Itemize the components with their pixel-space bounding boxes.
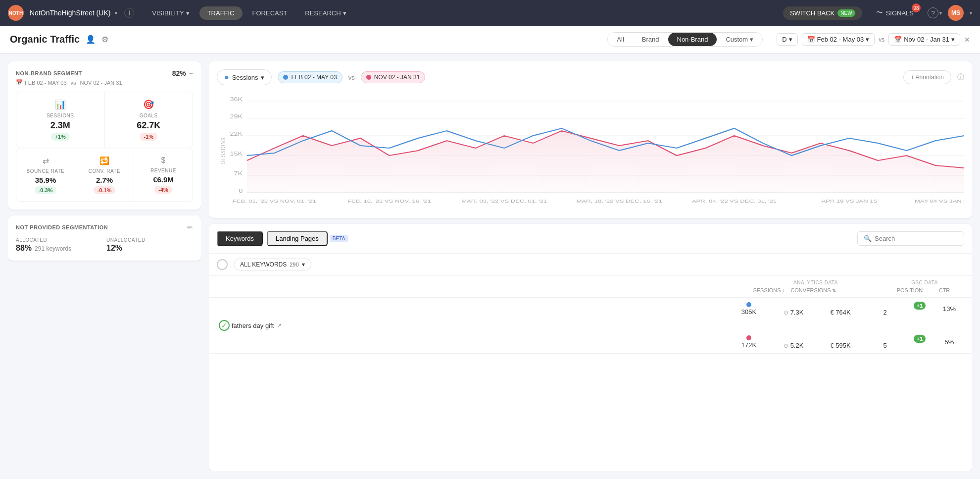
- signals-button[interactable]: 〜 SIGNALS 98: [872, 6, 918, 19]
- top-navigation: NOTH NotOnTheHighStreet (UK) ▼ i VISIBIL…: [0, 0, 980, 26]
- row1-analytics-top: 305K · ⊙ 7.3K · € 764K: [727, 302, 865, 316]
- conv-rate-icon: 🔁: [99, 156, 109, 165]
- search-box[interactable]: 🔍: [857, 231, 964, 246]
- seg-tab-custom[interactable]: Custom ▾: [717, 33, 762, 46]
- row1-link-icon[interactable]: ↗: [277, 322, 282, 329]
- avatar-dropdown[interactable]: ▾: [970, 10, 972, 16]
- sessions-dot: ●: [224, 73, 229, 82]
- segment-card: NON-BRAND SEGMENT 82% − 📅 FEB 02 - MAY 0…: [8, 61, 201, 210]
- date-range-to[interactable]: 📅 Nov 02 - Jan 31 ▾: [888, 33, 960, 46]
- row1-ctr-1-col: 13%: [934, 305, 964, 313]
- chart-header: ● Sessions ▾ FEB 02 - MAY 03 vs NOV 02 -…: [217, 69, 964, 85]
- kw-tab-keywords[interactable]: Keywords: [217, 231, 263, 246]
- col-sessions[interactable]: SESSIONS ↓: [746, 287, 791, 293]
- np-unallocated-label: UNALLOCATED: [106, 237, 193, 243]
- nav-tabs: VISIBILITY ▾ TRAFFIC FORECAST RESEARCH ▾: [144, 6, 354, 20]
- left-panel: NON-BRAND SEGMENT 82% − 📅 FEB 02 - MAY 0…: [8, 61, 201, 471]
- legend-feb: FEB 02 - MAY 03: [278, 71, 342, 83]
- kw-tab-landing-pages[interactable]: Landing Pages: [267, 231, 328, 246]
- search-input[interactable]: [875, 235, 958, 242]
- np-allocated: ALLOCATED 88% 291 keywords: [16, 237, 102, 253]
- keyword-row-1-bottom: 172K · ⊙ 5.2K · € 595K: [217, 333, 964, 353]
- svg-text:15K: 15K: [230, 151, 243, 157]
- info-icon[interactable]: i: [124, 8, 134, 18]
- np-allocated-label: ALLOCATED: [16, 237, 102, 243]
- svg-text:0: 0: [239, 188, 243, 194]
- landing-pages-tab-group: Landing Pages BETA: [267, 231, 348, 246]
- np-unallocated-value: 12%: [106, 244, 193, 253]
- switch-back-button[interactable]: SWITCH BACK NEW: [783, 6, 862, 20]
- new-badge: NEW: [837, 9, 855, 17]
- share-icon[interactable]: 👤: [86, 35, 96, 44]
- all-keywords-button[interactable]: ALL KEYWORDS 290 ▾: [234, 259, 311, 270]
- sessions-label: Sessions: [232, 74, 258, 81]
- row1-blue-dot: [746, 302, 751, 307]
- not-provided-edit-icon[interactable]: ✏: [187, 223, 193, 231]
- sessions-dropdown[interactable]: ● Sessions ▾: [217, 69, 272, 85]
- chart-area: 36K 29K 22K 15K 7K 0 SESSIONS: [217, 91, 964, 210]
- legend-feb-dot: [283, 75, 288, 80]
- seg-tab-nonbrand[interactable]: Non-Brand: [668, 33, 717, 46]
- seg-tab-brand[interactable]: Brand: [633, 33, 668, 46]
- bounce-rate-change: -0.3%: [35, 186, 57, 194]
- col-position: POSITION: [890, 287, 930, 293]
- page-title: Organic Traffic: [10, 34, 80, 45]
- analytics-data-header: ANALYTICS DATA SESSIONS ↓ CONVERSIONS ⇅: [746, 280, 885, 293]
- legend-nov-dot: [366, 75, 371, 80]
- tab-research[interactable]: RESEARCH ▾: [297, 6, 354, 20]
- metric-bounce-rate: ⇄ BOUNCE RATE 35.9% -0.3%: [16, 149, 75, 201]
- segment-title: NON-BRAND SEGMENT: [16, 70, 82, 76]
- analytics-data-label: ANALYTICS DATA: [793, 280, 838, 285]
- not-provided-metrics: ALLOCATED 88% 291 keywords UNALLOCATED 1…: [16, 237, 193, 253]
- tab-traffic[interactable]: TRAFFIC: [199, 6, 243, 20]
- seg-tab-all[interactable]: All: [608, 33, 633, 46]
- date-controls: D ▾ 📅 Feb 02 - May 03 ▾ vs 📅 Nov 02 - Ja…: [777, 33, 970, 46]
- keyword-row-1-name: ✓ fathers day gift ↗: [217, 318, 964, 333]
- date-close-button[interactable]: ✕: [964, 36, 970, 44]
- brand-logo: NOTH: [8, 5, 24, 21]
- row1-sessions-2: 172K: [741, 341, 756, 349]
- metric-goals: 🎯 GOALS 62.7K -1%: [105, 92, 193, 148]
- row1-conv-1: ⊙ 7.3K: [784, 309, 804, 316]
- row1-pos-2: 5: [883, 342, 886, 349]
- bounce-rate-label: BOUNCE RATE: [27, 168, 65, 174]
- segment-minus-icon[interactable]: −: [189, 69, 193, 77]
- col-conversions[interactable]: CONVERSIONS ⇅: [791, 287, 835, 293]
- chart-info-icon[interactable]: ⓘ: [957, 73, 964, 82]
- np-allocated-sub: 291 keywords: [35, 245, 71, 252]
- row1-red-dot: [746, 335, 751, 340]
- beta-badge: BETA: [330, 235, 348, 242]
- subheader: Organic Traffic 👤 ⚙ All Brand Non-Brand …: [0, 26, 980, 53]
- not-provided-card: NOT PROVIDED SEGMENTATION ✏ ALLOCATED 88…: [8, 215, 201, 261]
- sessions-change: +1%: [51, 133, 70, 141]
- revenue-label: REVENUE: [150, 168, 176, 173]
- signals-label: SIGNALS: [886, 9, 914, 17]
- keywords-card: Keywords Landing Pages BETA 🔍 ALL KEYWOR…: [209, 224, 972, 471]
- col-ctr: CTR: [930, 287, 959, 293]
- tab-visibility[interactable]: VISIBILITY ▾: [144, 6, 197, 20]
- revenue-change: -4%: [154, 186, 172, 194]
- avatar[interactable]: MS: [948, 5, 964, 21]
- svg-text:MAR, 03, '22 VS DEC, 01, '21: MAR, 03, '22 VS DEC, 01, '21: [461, 199, 547, 204]
- help-button[interactable]: ? ▾: [928, 7, 942, 18]
- chart-card: ● Sessions ▾ FEB 02 - MAY 03 vs NOV 02 -…: [209, 61, 972, 218]
- granularity-selector[interactable]: D ▾: [777, 33, 797, 46]
- settings-icon[interactable]: ⚙: [101, 35, 108, 44]
- svg-text:APR, 04, '22 VS DEC, 31, '21: APR, 04, '22 VS DEC, 31, '21: [692, 199, 777, 204]
- conv-rate-change: -0.1%: [94, 186, 116, 194]
- tab-forecast[interactable]: FORECAST: [245, 6, 295, 20]
- brand-selector[interactable]: NotOnTheHighStreet (UK) ▼: [30, 9, 118, 17]
- date-range-from[interactable]: 📅 Feb 02 - May 03 ▾: [802, 33, 875, 46]
- sessions-value: 2.3M: [50, 120, 70, 131]
- row1-keyword-name: fathers day gift ↗: [232, 322, 964, 329]
- svg-text:FEB, 16, '22 VS NOV, 16, '21: FEB, 16, '22 VS NOV, 16, '21: [347, 199, 431, 204]
- select-all-circle[interactable]: [217, 259, 228, 270]
- row1-gsc-top: · 2 +1 · 13%: [865, 302, 964, 316]
- conv-rate-label: CONV. RATE: [89, 168, 120, 174]
- annotation-button[interactable]: + Annotation: [903, 70, 951, 84]
- bounce-rate-value: 35.9%: [35, 176, 56, 184]
- legend-nov-label: NOV 02 - JAN 31: [374, 74, 420, 81]
- np-unallocated: UNALLOCATED 12%: [106, 237, 193, 253]
- chart-vs-label: vs: [348, 74, 355, 81]
- svg-text:22K: 22K: [230, 131, 243, 137]
